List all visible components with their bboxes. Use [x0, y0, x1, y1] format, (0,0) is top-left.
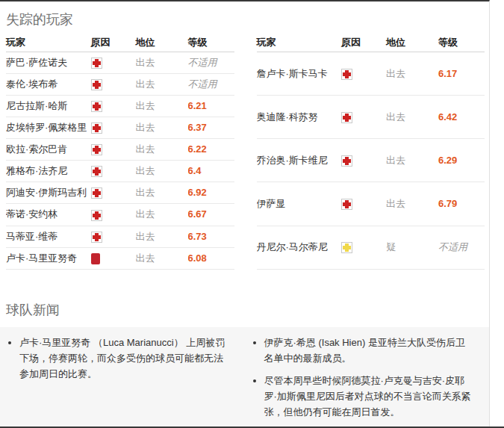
- rating-value: 6.4: [188, 165, 202, 176]
- table-row: 卢卡·马里亚努奇 出去 6.08: [6, 247, 234, 269]
- table-row: 乔治奥·斯卡维尼 出去 6.29: [257, 139, 485, 182]
- team-news-title: 球队新闻: [0, 270, 489, 327]
- column-header-status: 地位: [386, 34, 438, 52]
- column-header-rating: 等级: [438, 34, 485, 52]
- table-header-row: 玩家 原因 地位 等级: [6, 34, 234, 52]
- player-name-link[interactable]: 泰伦·埃布希: [6, 78, 57, 90]
- news-item: 卢卡·马里亚努奇 （Luca Marianucci） 上周被罚下场，停赛两轮，而…: [19, 335, 230, 382]
- player-name-link[interactable]: 皮埃特罗·佩莱格里: [6, 122, 87, 133]
- table-row: 阿迪安·伊斯玛吉利 出去 6.92: [6, 182, 234, 204]
- player-name-link[interactable]: 卢卡·马里亚努奇: [6, 252, 77, 264]
- injury-cross-icon: [91, 166, 102, 177]
- player-name-link[interactable]: 奥迪隆·科苏努: [257, 111, 318, 122]
- team-news-column-left: 卢卡·马里亚努奇 （Luca Marianucci） 上周被罚下场，停赛两轮，而…: [0, 327, 245, 428]
- injury-cross-icon: [91, 101, 102, 112]
- column-header-status: 地位: [136, 34, 188, 52]
- table-header-row: 玩家 原因 地位 等级: [257, 34, 485, 52]
- table-row: 丹尼尔·马尔蒂尼 疑 不适用: [257, 226, 485, 269]
- column-header-reason: 原因: [341, 34, 386, 52]
- status-text: 出去: [136, 226, 188, 247]
- table-row: 泰伦·埃布希 出去 不适用: [6, 74, 234, 96]
- column-header-player: 玩家: [257, 34, 342, 52]
- rating-value: 6.79: [438, 198, 457, 209]
- rating-value: 6.67: [188, 208, 207, 220]
- rating-value: 6.29: [438, 155, 457, 166]
- rating-value: 6.21: [188, 100, 207, 111]
- injury-cross-icon: [341, 69, 352, 80]
- player-name-link[interactable]: 乔治奥·斯卡维尼: [257, 155, 328, 166]
- status-text: 出去: [136, 96, 188, 117]
- missing-players-tables: 玩家 原因 地位 等级 萨巴·萨佐诺夫 出去 不适用 泰伦·埃布希 出去 不适用…: [0, 34, 489, 270]
- injury-cross-icon: [91, 144, 102, 155]
- status-text: 出去: [136, 247, 188, 269]
- table-row: 奥迪隆·科苏努 出去 6.42: [257, 96, 485, 139]
- rating-value: 6.92: [188, 187, 207, 198]
- rating-value: 不适用: [438, 241, 467, 252]
- player-name-link[interactable]: 丹尼尔·马尔蒂尼: [257, 241, 328, 252]
- missing-players-table-right: 玩家 原因 地位 等级 詹卢卡·斯卡马卡 出去 6.17 奥迪隆·科苏努 出去 …: [257, 34, 485, 270]
- status-text: 出去: [136, 52, 188, 74]
- injury-cross-icon: [341, 112, 352, 123]
- status-text: 出去: [386, 52, 438, 96]
- injury-cross-icon: [91, 58, 102, 69]
- rating-value: 6.17: [438, 68, 457, 79]
- status-text: 出去: [136, 161, 188, 182]
- status-text: 出去: [386, 182, 438, 226]
- rating-value: 6.37: [188, 122, 207, 133]
- table-row: 伊萨显 出去 6.79: [257, 182, 485, 226]
- player-name-link[interactable]: 伊萨显: [257, 198, 286, 209]
- player-name-link[interactable]: 欧拉·索尔巴肯: [6, 143, 67, 155]
- team-news-section: 卢卡·马里亚努奇 （Luca Marianucci） 上周被罚下场，停赛两轮，而…: [0, 327, 489, 428]
- status-text: 出去: [136, 117, 188, 139]
- doubtful-cross-icon: [341, 242, 352, 253]
- column-header-rating: 等级: [188, 34, 234, 52]
- player-name-link[interactable]: 蒂诺·安约林: [6, 208, 57, 220]
- missing-players-title: 失踪的玩家: [0, 1, 489, 34]
- player-name-link[interactable]: 雅格布·法齐尼: [6, 165, 67, 176]
- table-row: 雅格布·法齐尼 出去 6.4: [6, 161, 234, 182]
- injury-cross-icon: [91, 122, 102, 134]
- injury-cross-icon: [91, 210, 102, 221]
- rating-value: 6.42: [438, 111, 457, 122]
- status-text: 出去: [136, 139, 188, 161]
- status-text: 出去: [136, 204, 188, 226]
- team-news-column-right: 伊萨克·希恩 (Isak Hien) 是亚特兰大队受伤后卫名单中的最新成员。尽管…: [245, 327, 490, 428]
- player-name-link[interactable]: 马蒂亚·维蒂: [6, 231, 57, 242]
- rating-value: 不适用: [188, 57, 217, 68]
- missing-players-table-left: 玩家 原因 地位 等级 萨巴·萨佐诺夫 出去 不适用 泰伦·埃布希 出去 不适用…: [6, 34, 234, 270]
- status-text: 出去: [386, 96, 438, 139]
- news-item: 伊萨克·希恩 (Isak Hien) 是亚特兰大队受伤后卫名单中的最新成员。: [264, 335, 475, 366]
- player-name-link[interactable]: 詹卢卡·斯卡马卡: [257, 68, 328, 79]
- status-text: 出去: [386, 139, 438, 182]
- table-row: 萨巴·萨佐诺夫 出去 不适用: [6, 52, 234, 74]
- rating-value: 6.73: [188, 231, 207, 242]
- table-row: 詹卢卡·斯卡马卡 出去 6.17: [257, 52, 485, 96]
- table-row: 皮埃特罗·佩莱格里 出去 6.37: [6, 117, 234, 139]
- injury-cross-icon: [341, 199, 352, 210]
- table-row: 马蒂亚·维蒂 出去 6.73: [6, 226, 234, 247]
- status-text: 出去: [136, 74, 188, 96]
- rating-value: 6.08: [188, 252, 207, 264]
- injury-cross-icon: [341, 155, 352, 167]
- missing-players-panel: 失踪的玩家 玩家 原因 地位 等级 萨巴·萨佐诺夫 出去 不适用 泰伦·埃布希 …: [0, 0, 490, 428]
- red-card-icon: [91, 253, 100, 264]
- player-name-link[interactable]: 阿迪安·伊斯玛吉利: [6, 187, 87, 198]
- rating-value: 不适用: [188, 78, 217, 90]
- column-header-reason: 原因: [91, 34, 136, 52]
- news-item: 尽管本周早些时候阿德莫拉·卢克曼与吉安·皮耶罗·加斯佩里尼因后者对点球的不当言论…: [264, 373, 475, 420]
- player-name-link[interactable]: 尼古拉斯·哈斯: [6, 100, 67, 111]
- column-header-player: 玩家: [6, 34, 91, 52]
- table-row: 尼古拉斯·哈斯 出去 6.21: [6, 96, 234, 117]
- table-row: 欧拉·索尔巴肯 出去 6.22: [6, 139, 234, 161]
- injury-cross-icon: [91, 79, 102, 90]
- table-row: 蒂诺·安约林 出去 6.67: [6, 204, 234, 226]
- status-text: 疑: [386, 226, 438, 269]
- player-name-link[interactable]: 萨巴·萨佐诺夫: [6, 57, 67, 68]
- injury-cross-icon: [91, 232, 102, 243]
- rating-value: 6.22: [188, 143, 207, 155]
- status-text: 出去: [136, 182, 188, 204]
- injury-cross-icon: [91, 187, 102, 199]
